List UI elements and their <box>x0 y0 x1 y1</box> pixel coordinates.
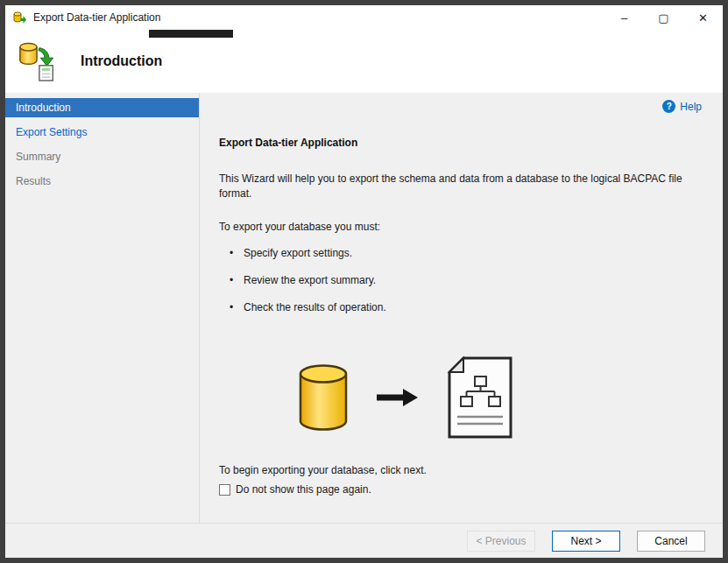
sidebar-item-export-settings[interactable]: Export Settings <box>5 123 199 142</box>
content-heading: Export Data-tier Application <box>219 137 357 149</box>
export-illustration <box>298 355 513 440</box>
list-item: Review the export summary. <box>200 272 386 288</box>
dont-show-again-label: Do not show this page again. <box>236 483 371 496</box>
right-arrow-icon <box>377 388 419 407</box>
database-cylinder-icon <box>298 363 349 432</box>
list-item: Specify export settings. <box>200 245 386 261</box>
minimize-button[interactable]: – <box>604 5 644 30</box>
help-icon: ? <box>662 100 675 113</box>
close-button[interactable]: ✕ <box>683 5 723 30</box>
page-title: Introduction <box>81 53 162 69</box>
maximize-button[interactable]: ▢ <box>644 5 683 30</box>
requirements-intro: To export your database you must: <box>219 221 380 233</box>
sidebar-item-introduction[interactable]: Introduction <box>5 98 199 117</box>
wizard-description: This Wizard will help you to export the … <box>219 172 696 201</box>
window-title: Export Data-tier Application <box>33 11 160 24</box>
previous-button: < Previous <box>467 531 535 552</box>
cancel-button[interactable]: Cancel <box>637 531 705 552</box>
next-button[interactable]: Next > <box>552 531 620 552</box>
dont-show-again-checkbox[interactable] <box>219 484 230 496</box>
bacpac-file-icon <box>447 355 513 440</box>
wizard-header: Introduction <box>5 30 723 93</box>
button-bar: < Previous Next > Cancel <box>5 523 723 558</box>
export-wizard-window: Export Data-tier Application – ▢ ✕ <box>5 5 723 558</box>
sidebar-item-results: Results <box>5 172 199 191</box>
wizard-body: Introduction Export Settings Summary Res… <box>5 93 723 523</box>
window-controls: – ▢ ✕ <box>604 5 723 30</box>
export-database-icon <box>18 41 58 81</box>
help-label: Help <box>680 101 702 113</box>
help-link[interactable]: ? Help <box>662 100 702 113</box>
begin-text: To begin exporting your database, click … <box>219 464 427 476</box>
app-database-icon <box>12 11 26 25</box>
title-bar: Export Data-tier Application – ▢ ✕ <box>5 5 723 30</box>
requirements-list: Specify export settings. Review the expo… <box>200 245 386 327</box>
content-pane: ? Help Export Data-tier Application This… <box>199 93 723 523</box>
dont-show-again-row: Do not show this page again. <box>219 483 371 496</box>
sidebar-item-summary: Summary <box>5 147 199 166</box>
list-item: Check the results of operation. <box>200 299 386 315</box>
wizard-steps-sidebar: Introduction Export Settings Summary Res… <box>5 93 199 523</box>
screen: Export Data-tier Application – ▢ ✕ <box>0 0 728 563</box>
background-artifact <box>149 30 233 38</box>
